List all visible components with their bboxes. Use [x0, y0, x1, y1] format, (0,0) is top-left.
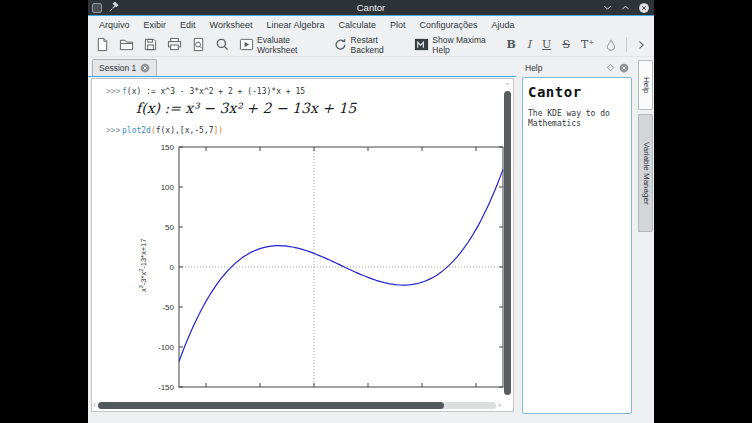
- scroll-up-arrow-icon[interactable]: ⌃: [503, 82, 512, 89]
- x-tick-label: -4: [202, 391, 210, 393]
- scroll-left-arrow-icon[interactable]: ‹: [93, 401, 96, 410]
- shade-window-icon[interactable]: [602, 2, 613, 13]
- evaluate-icon: [239, 37, 254, 52]
- evaluate-worksheet-button[interactable]: Evaluate Worksheet: [235, 33, 328, 57]
- scroll-right-arrow-icon[interactable]: ›: [498, 401, 501, 410]
- help-panel-title: Help: [525, 63, 542, 73]
- x-tick-label: 0: [312, 391, 317, 393]
- menu-worksheet[interactable]: Worksheet: [203, 18, 260, 32]
- help-content[interactable]: Cantor The KDE way to do Mathematics: [522, 77, 632, 414]
- plot-ylabel: x3-3*x2-13*x+17: [138, 190, 149, 340]
- code-token: ]): [214, 126, 224, 135]
- toolbar: Evaluate Worksheet Restart Backend Show …: [88, 33, 654, 57]
- y-tick-label: 150: [161, 143, 175, 152]
- close-window-icon[interactable]: [638, 2, 650, 14]
- vertical-scrollbar-thumb[interactable]: [504, 91, 511, 395]
- find-in-document-button[interactable]: [187, 35, 210, 54]
- new-document-button[interactable]: [91, 35, 114, 54]
- help-heading: Cantor: [528, 84, 626, 100]
- evaluate-label: Evaluate Worksheet: [257, 35, 324, 55]
- worksheet[interactable]: >>> f(x) := x^3 - 3*x^2 + 2 + (-13)*x + …: [91, 78, 514, 412]
- cantor-window: Cantor ArquivoExibirEditWorksheetLinear …: [88, 0, 654, 423]
- horizontal-scrollbar-track[interactable]: [98, 402, 496, 409]
- menu-ajuda[interactable]: Ajuda: [485, 18, 522, 32]
- session-tabbar: Session 1: [88, 58, 516, 77]
- italic-button[interactable]: I: [522, 37, 536, 52]
- bold-button[interactable]: B: [501, 37, 520, 52]
- horizontal-scrollbar-thumb[interactable]: [98, 402, 444, 409]
- plot-canvas: -4-20246150100500-50-100-150: [131, 141, 507, 393]
- restart-label: Restart Backend: [351, 35, 406, 55]
- dock-tab-help[interactable]: Help: [638, 60, 653, 110]
- y-tick-label: -150: [158, 383, 175, 392]
- y-tick-label: -50: [162, 303, 174, 312]
- worksheet-entry[interactable]: >>> f(x) := x^3 - 3*x^2 + 2 + (-13)*x + …: [92, 86, 513, 97]
- save-document-button[interactable]: [139, 35, 162, 54]
- toolbar-separator: [626, 37, 627, 52]
- y-tick-label: 50: [165, 223, 174, 232]
- menu-plot[interactable]: Plot: [383, 18, 413, 32]
- menu-arquivo[interactable]: Arquivo: [92, 18, 137, 32]
- tab-session-1[interactable]: Session 1: [92, 59, 157, 76]
- code-token: plot2d: [122, 126, 151, 135]
- maxima-icon: [414, 37, 429, 52]
- close-panel-icon[interactable]: [619, 63, 629, 73]
- menu-calculate[interactable]: Calculate: [331, 18, 383, 32]
- code-token: f(x),[x,-5,7: [156, 126, 214, 135]
- close-tab-icon[interactable]: [140, 63, 150, 73]
- dock-tab-variable-manager[interactable]: Variable Manager: [638, 114, 653, 232]
- code-token: (x) := x^3 - 3*x^2 + 2 + (-13)*x + 15: [127, 87, 305, 96]
- math-result: f(x) := x³ − 3x² + 2 − 13x + 15: [136, 100, 513, 116]
- x-tick-label: 4: [420, 391, 425, 393]
- float-panel-icon[interactable]: [606, 63, 615, 72]
- code-line[interactable]: f(x) := x^3 - 3*x^2 + 2 + (-13)*x + 15: [122, 86, 305, 97]
- session-tab-label: Session 1: [99, 63, 136, 73]
- menu-linear-algebra[interactable]: Linear Algebra: [259, 18, 331, 32]
- restart-icon: [333, 37, 348, 52]
- help-panel: Help Cantor The KDE way to do Mathematic…: [520, 58, 634, 423]
- menu-edit[interactable]: Edit: [173, 18, 203, 32]
- worksheet-entry[interactable]: >>> plot2d(f(x),[x,-5,7]): [92, 125, 513, 136]
- superscript-button[interactable]: T⁺: [576, 37, 599, 52]
- menu-configurações[interactable]: Configurações: [413, 18, 485, 32]
- open-document-button[interactable]: [115, 35, 138, 54]
- x-tick-label: -2: [256, 391, 264, 393]
- menubar: ArquivoExibirEditWorksheetLinear Algebra…: [88, 16, 654, 33]
- function-curve: [179, 169, 503, 361]
- vertical-scrollbar[interactable]: ⌃: [503, 80, 512, 398]
- prompt: >>>: [92, 86, 122, 97]
- text-color-icon[interactable]: [600, 36, 622, 54]
- maxima-help-label: Show Maxima Help: [432, 35, 496, 55]
- y-tick-label: 100: [161, 183, 175, 192]
- help-panel-header: Help: [520, 58, 634, 77]
- toolbar-overflow-chevron-icon[interactable]: [631, 37, 651, 53]
- titlebar: Cantor: [88, 0, 654, 16]
- window-title: Cantor: [88, 2, 654, 13]
- show-maxima-help-button[interactable]: Show Maxima Help: [410, 33, 500, 57]
- dock-tab-strip: Help Variable Manager: [638, 58, 654, 423]
- main-content: Session 1 >>> f(x) := x^3 - 3*x^2 + 2 + …: [88, 58, 654, 423]
- restart-backend-button[interactable]: Restart Backend: [329, 33, 410, 57]
- plot-image: x3-3*x2-13*x+17 -4-20246150100500-50-100…: [131, 141, 507, 393]
- code-line[interactable]: plot2d(f(x),[x,-5,7]): [122, 125, 223, 136]
- help-body-text: The KDE way to do Mathematics: [528, 109, 626, 129]
- print-button[interactable]: [163, 35, 186, 54]
- prompt: >>>: [92, 125, 122, 136]
- worksheet-pane: Session 1 >>> f(x) := x^3 - 3*x^2 + 2 + …: [88, 58, 516, 423]
- menu-exibir[interactable]: Exibir: [137, 18, 174, 32]
- y-tick-label: 0: [170, 263, 175, 272]
- search-icon[interactable]: [211, 35, 234, 54]
- maximize-window-icon[interactable]: [620, 2, 631, 13]
- x-tick-label: 2: [366, 391, 371, 393]
- horizontal-scrollbar[interactable]: ‹ ›: [93, 400, 501, 410]
- y-tick-label: -100: [158, 343, 175, 352]
- underline-button[interactable]: U: [537, 37, 556, 52]
- plot-svg: -4-20246150100500-50-100-150: [131, 141, 507, 393]
- strikethrough-button[interactable]: S: [557, 37, 575, 52]
- x-tick-label: 6: [474, 391, 479, 393]
